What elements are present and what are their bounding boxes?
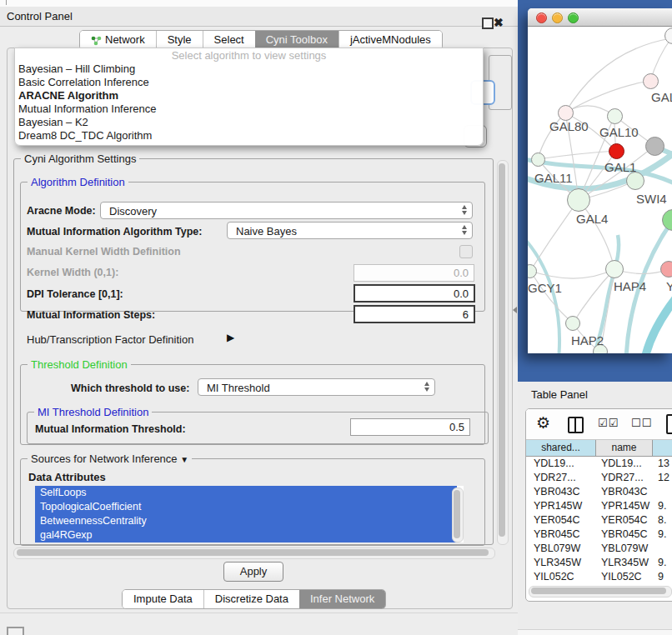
- table-row[interactable]: YER054C YER054C 8.: [526, 513, 672, 528]
- tab-jactivemnodules[interactable]: jActiveMNodules: [339, 31, 442, 49]
- select-all-icon[interactable]: ☑☑: [598, 417, 619, 429]
- node-label: GCY1: [528, 281, 562, 295]
- table-row[interactable]: YBR045C YBR045C 9.: [526, 528, 672, 542]
- attribute-item-selected[interactable]: BetweennessCentrality: [35, 514, 457, 528]
- attributes-vscrollbar[interactable]: [452, 488, 464, 542]
- close-icon[interactable]: ✖: [494, 15, 504, 30]
- table-row[interactable]: YLR345W YLR345W 9.: [526, 556, 672, 570]
- cell-shared-name: YPR145W: [526, 499, 596, 513]
- columns-icon[interactable]: [568, 417, 584, 433]
- deselect-all-icon[interactable]: ☐☐: [631, 417, 652, 429]
- cell-name: YPR145W: [596, 499, 653, 513]
- dropdown-prompt: Select algorithm to view settings: [15, 48, 483, 62]
- expand-arrow-icon[interactable]: ▶: [227, 332, 234, 343]
- scrollbar-thumb[interactable]: [531, 588, 666, 594]
- table-hscrollbar[interactable]: [529, 586, 672, 598]
- tab-impute-data[interactable]: Impute Data: [123, 590, 203, 608]
- mi-type-combobox[interactable]: Naive Bayes: [227, 222, 473, 239]
- network-view-window[interactable]: GAL GAL80 GAL10 GAL1 GAL11 SWI4 GAL4 GCY…: [528, 8, 672, 353]
- tab-network[interactable]: Network: [80, 31, 156, 49]
- attribute-item-selected[interactable]: SelfLoops: [35, 486, 457, 500]
- node-hap4[interactable]: [605, 260, 624, 278]
- collapse-arrow-icon[interactable]: ▼: [180, 455, 188, 464]
- stepper-icon: [462, 205, 467, 215]
- dropdown-item[interactable]: Mutual Information Inference: [15, 102, 483, 116]
- node-gal11[interactable]: [531, 152, 545, 167]
- scrollbar-thumb[interactable]: [454, 490, 460, 538]
- dropdown-item[interactable]: Basic Correlation Inference: [15, 76, 483, 89]
- cell-value: 13: [653, 457, 672, 471]
- tab-discretize-data[interactable]: Discretize Data: [203, 590, 299, 608]
- dpi-tolerance-field[interactable]: 0.0: [354, 284, 475, 302]
- node-swi4[interactable]: [626, 172, 644, 190]
- node-salmon-right[interactable]: [660, 261, 672, 278]
- mi-threshold-label: Mutual Information Threshold:: [35, 423, 186, 435]
- tab-infer-network[interactable]: Infer Network: [299, 590, 385, 608]
- mi-type-label: Mutual Information Algorithm Type:: [27, 226, 202, 238]
- dropdown-item[interactable]: Bayesian – K2: [15, 116, 483, 129]
- which-threshold-combobox[interactable]: MI Threshold: [198, 378, 435, 396]
- column-header-shared-name[interactable]: shared...: [526, 440, 596, 457]
- table-row[interactable]: YDL19... YDL19... 13: [526, 457, 672, 471]
- node-label: Y: [666, 279, 672, 293]
- hub-definition-label[interactable]: Hub/Transcription Factor Definition: [27, 333, 193, 346]
- attribute-item-selected[interactable]: gal4RGexp: [35, 528, 457, 542]
- tab-label: Network: [105, 31, 145, 49]
- column-header-clipped[interactable]: A: [653, 440, 672, 457]
- node-hap2[interactable]: [565, 316, 580, 331]
- cell-value: [653, 542, 672, 556]
- data-attributes-label: Data Attributes: [28, 471, 106, 483]
- table-row[interactable]: YPR145W YPR145W 9.: [526, 499, 672, 513]
- table-header-row: shared... name A: [526, 440, 672, 457]
- cell-shared-name: YBR045C: [526, 528, 596, 542]
- control-panel-titlebar: Control Panel ✖: [0, 7, 518, 27]
- scrollbar-thumb[interactable]: [17, 549, 489, 556]
- apply-button[interactable]: Apply: [223, 562, 283, 582]
- node-gray[interactable]: [645, 137, 664, 156]
- gear-icon[interactable]: ⚙: [536, 413, 550, 432]
- network-canvas[interactable]: GAL GAL80 GAL10 GAL1 GAL11 SWI4 GAL4 GCY…: [528, 27, 672, 353]
- network-window-titlebar[interactable]: [528, 8, 672, 27]
- dropdown-item[interactable]: Dream8 DC_TDC Algorithm: [15, 129, 483, 142]
- node-gal1[interactable]: [609, 143, 624, 159]
- table-window: ⚙ ☑☑ ☐☐ shared... name A YDL19... YDL19.…: [525, 408, 672, 602]
- mi-threshold-field[interactable]: 0.5: [350, 418, 470, 436]
- dock-panel-icon[interactable]: [7, 627, 24, 635]
- dropdown-item-selected[interactable]: ARACNE Algorithm: [15, 89, 483, 102]
- data-attributes-list[interactable]: SelfLoops TopologicalCoefficient Between…: [35, 486, 464, 542]
- table-row[interactable]: YBL079W YBL079W: [526, 542, 672, 556]
- panel-divider-handle[interactable]: [513, 307, 517, 313]
- tab-cyni-toolbox[interactable]: Cyni Toolbox: [255, 31, 339, 49]
- node-gal10[interactable]: [607, 108, 623, 124]
- cell-shared-name: YBR043C: [526, 485, 596, 499]
- tab-style[interactable]: Style: [156, 31, 203, 49]
- table-row-clipped[interactable]: YIL052C YIL052C 9: [526, 570, 672, 584]
- minimize-traffic-icon[interactable]: [552, 12, 563, 23]
- which-threshold-label: Which threshold to use:: [71, 382, 189, 394]
- column-header-name[interactable]: name: [596, 440, 653, 457]
- node-label: GAL: [651, 90, 672, 104]
- manual-kernel-checkbox[interactable]: [459, 245, 473, 258]
- file-icon[interactable]: [666, 414, 672, 434]
- scrollbar-thumb[interactable]: [499, 163, 505, 537]
- aracne-mode-combobox[interactable]: Discovery: [100, 202, 473, 219]
- mi-steps-field[interactable]: 6: [354, 305, 475, 323]
- node-label: HAP2: [571, 333, 604, 348]
- dropdown-item[interactable]: Bayesian – Hill Climbing: [15, 62, 483, 76]
- table-row[interactable]: YBR043C YBR043C: [526, 485, 672, 499]
- tab-select[interactable]: Select: [203, 31, 255, 49]
- float-window-icon[interactable]: [482, 18, 494, 29]
- close-traffic-icon[interactable]: [536, 12, 547, 23]
- cell-value: 8.: [653, 513, 672, 528]
- node-gal4[interactable]: [567, 188, 590, 212]
- settings-hscrollbar[interactable]: [13, 548, 495, 559]
- settings-vscrollbar[interactable]: [497, 160, 509, 545]
- attribute-item-selected[interactable]: TopologicalCoefficient: [35, 500, 457, 514]
- table-row[interactable]: YDR27... YDR27... 12: [526, 471, 672, 485]
- cell-shared-name: YIL052C: [526, 570, 596, 584]
- kernel-width-field: 0.0: [354, 264, 474, 282]
- cell-value: 9.: [653, 528, 672, 542]
- cell-shared-name: YLR345W: [526, 556, 596, 570]
- node-gal-clipped[interactable]: [643, 73, 659, 89]
- zoom-traffic-icon[interactable]: [568, 12, 579, 23]
